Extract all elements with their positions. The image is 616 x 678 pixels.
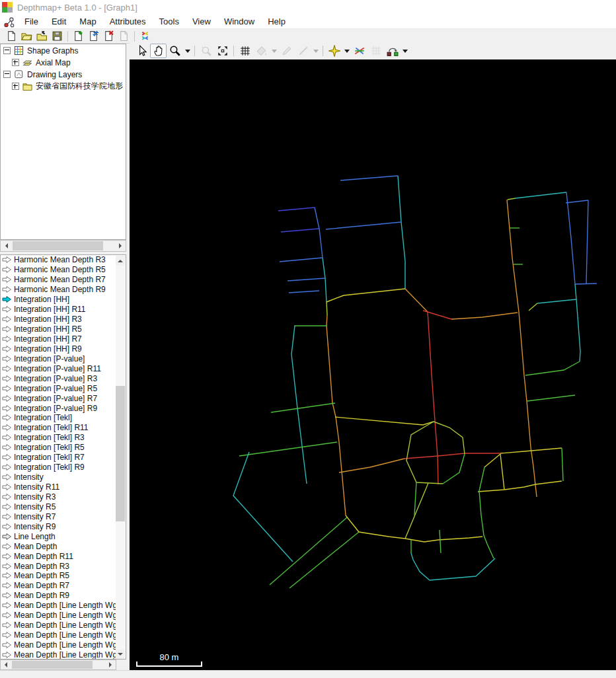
axial-line[interactable] <box>575 284 580 361</box>
axial-line[interactable] <box>271 403 335 412</box>
attribute-list-item[interactable]: Integration [HH] R3 <box>1 315 116 324</box>
axial-line[interactable] <box>411 553 495 580</box>
menu-window[interactable]: Window <box>217 15 261 28</box>
tree-item-axial-map[interactable]: Axial Map <box>1 56 126 68</box>
attribute-list-item[interactable]: Integration [P-value] R11 <box>1 363 116 373</box>
axial-line[interactable] <box>404 453 500 459</box>
pointer-button[interactable] <box>134 44 150 58</box>
list-hscroll-left-button[interactable] <box>1 660 11 669</box>
attribute-list-item[interactable]: Integration [P-value] R5 <box>1 383 116 393</box>
attribute-list-item[interactable]: Mean Depth R11 <box>1 551 116 561</box>
colored-arrows-button[interactable] <box>137 30 153 43</box>
tree-hscroll-left-button[interactable] <box>1 241 11 251</box>
attribute-list-item[interactable]: Integration [HH] R5 <box>1 324 116 334</box>
update-graph-button[interactable] <box>86 30 101 43</box>
menu-help[interactable]: Help <box>261 15 292 28</box>
axial-line[interactable] <box>527 395 575 401</box>
axial-star-button[interactable] <box>326 44 342 58</box>
list-vscrollbar[interactable] <box>116 256 125 659</box>
axial-line[interactable] <box>327 302 327 315</box>
axial-line[interactable] <box>451 313 518 319</box>
save-button[interactable] <box>50 30 65 43</box>
attribute-list-item[interactable]: Intensity R7 <box>1 511 116 521</box>
axial-line[interactable] <box>315 207 323 258</box>
axial-line[interactable] <box>327 289 405 302</box>
axial-line[interactable] <box>278 207 315 211</box>
axial-line[interactable] <box>289 532 359 588</box>
remove-graph-button[interactable] <box>101 30 116 43</box>
axial-line[interactable] <box>443 454 465 484</box>
attribute-list-item[interactable]: Mean Depth [Line Length Wgt] F <box>1 611 116 621</box>
axial-line[interactable] <box>405 537 482 542</box>
axial-line[interactable] <box>566 200 588 203</box>
axial-line[interactable] <box>335 417 434 425</box>
attribute-list-item[interactable]: Mean Depth R3 <box>1 561 116 571</box>
zoom-button[interactable] <box>167 44 183 58</box>
axial-line[interactable] <box>484 454 500 467</box>
axial-line[interactable] <box>405 289 428 312</box>
axial-line[interactable] <box>537 299 576 303</box>
attribute-list-item[interactable]: Intensity <box>1 472 116 482</box>
attribute-list-item[interactable]: Mean Depth [Line Length Wgt] F <box>1 640 116 650</box>
attribute-list-item[interactable]: Mean Depth [Line Length Wgt] F <box>1 621 116 630</box>
attribute-list-item[interactable]: Intensity R5 <box>1 502 116 511</box>
attribute-list-item[interactable]: Mean Depth <box>1 541 116 551</box>
step-depth-button[interactable] <box>384 44 401 58</box>
list-vscroll-down-button[interactable] <box>116 650 125 659</box>
axial-line[interactable] <box>289 291 319 293</box>
attribute-list-item[interactable]: Intensity R3 <box>1 492 116 502</box>
axial-line[interactable] <box>586 200 588 283</box>
menu-edit[interactable]: Edit <box>45 15 73 28</box>
axial-line[interactable] <box>414 482 416 515</box>
import-map-button[interactable] <box>34 30 50 43</box>
menu-attributes[interactable]: Attributes <box>103 15 153 28</box>
tree-item-shape-graphs[interactable]: Shape Graphs <box>1 44 126 56</box>
list-vscroll-thumb[interactable] <box>116 386 125 521</box>
tree-item-drawing-layers[interactable]: Drawing Layers <box>1 68 126 80</box>
attribute-list-item[interactable]: Integration [Tekl] R9 <box>1 463 116 472</box>
menu-tools[interactable]: Tools <box>153 15 186 28</box>
menu-view[interactable]: View <box>186 15 217 28</box>
axial-map-canvas[interactable]: 80 m <box>130 59 616 670</box>
hand-button[interactable] <box>150 44 167 58</box>
axial-line[interactable] <box>566 192 575 284</box>
attribute-list-item[interactable]: Integration [HH] <box>1 295 116 305</box>
tree-item-folder[interactable]: 安徽省国防科技学院地形 <box>1 80 126 92</box>
axial-line[interactable] <box>323 258 327 302</box>
new-graph-button[interactable] <box>71 30 86 43</box>
attribute-list-item[interactable]: Intensity R9 <box>1 521 116 531</box>
grid-button[interactable] <box>237 44 253 58</box>
attribute-list-item[interactable]: Harmonic Mean Depth R5 <box>1 265 116 275</box>
attribute-list-item[interactable]: Mean Depth R9 <box>1 591 116 601</box>
axial-line[interactable] <box>340 176 398 180</box>
axial-line[interactable] <box>405 483 428 539</box>
menu-map[interactable]: Map <box>73 15 102 28</box>
axial-line[interactable] <box>440 530 441 553</box>
list-hscroll-thumb[interactable] <box>12 661 93 669</box>
axial-line[interactable] <box>525 361 580 375</box>
attribute-list-item[interactable]: Integration [Tekl] R3 <box>1 433 116 443</box>
attribute-list-item[interactable]: Mean Depth R5 <box>1 571 116 581</box>
axial-lines-button[interactable] <box>351 44 367 58</box>
tree-hscroll-thumb[interactable] <box>13 241 103 250</box>
attribute-list-item[interactable]: Integration [Tekl] R5 <box>1 443 116 453</box>
attribute-list-item[interactable]: Mean Depth [Line Length Wgt] F <box>1 630 116 640</box>
axial-line[interactable] <box>291 326 307 484</box>
attribute-list-item[interactable]: Integration [P-value] R3 <box>1 373 116 383</box>
axial-line[interactable] <box>479 491 494 558</box>
list-vscroll-up-button[interactable] <box>116 256 125 266</box>
axial-line[interactable] <box>428 312 438 484</box>
axial-line[interactable] <box>326 222 401 229</box>
axial-line[interactable] <box>516 192 566 198</box>
attribute-list-item[interactable]: Integration [P-value] R7 <box>1 393 116 403</box>
axial-line[interactable] <box>280 258 323 262</box>
dropdown-arrow-icon[interactable] <box>342 44 351 57</box>
attribute-list-item[interactable]: Line Length <box>1 531 116 541</box>
attribute-list-item[interactable]: Integration [Tekl] <box>1 413 116 423</box>
tree-expander-plus-icon[interactable] <box>12 83 19 90</box>
axial-line[interactable] <box>478 481 562 492</box>
new-file-button[interactable] <box>4 30 19 43</box>
axial-line[interactable] <box>562 448 563 481</box>
axial-line[interactable] <box>288 278 325 281</box>
tree-hscrollbar[interactable] <box>0 240 126 252</box>
